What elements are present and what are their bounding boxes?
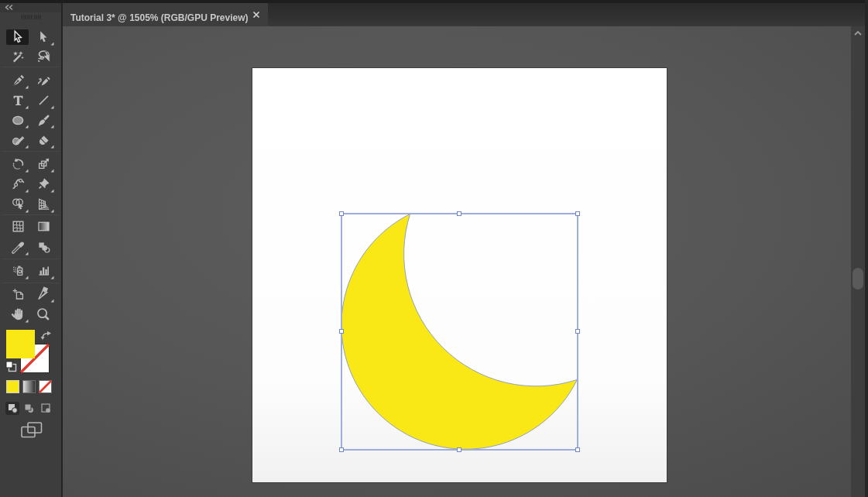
svg-text:Tutorial 3* @ 1505% (RGB/GPU P: Tutorial 3* @ 1505% (RGB/GPU Preview): [70, 12, 249, 23]
